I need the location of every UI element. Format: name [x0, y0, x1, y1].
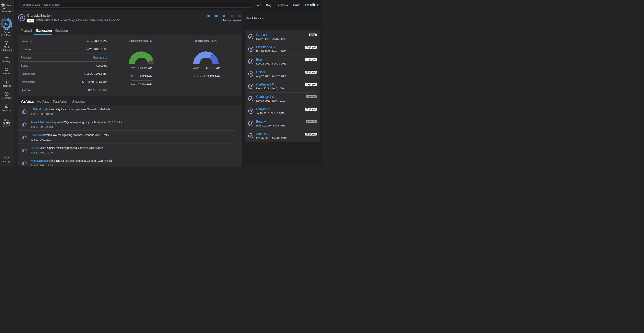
svg-text:377: 377 — [4, 22, 8, 25]
